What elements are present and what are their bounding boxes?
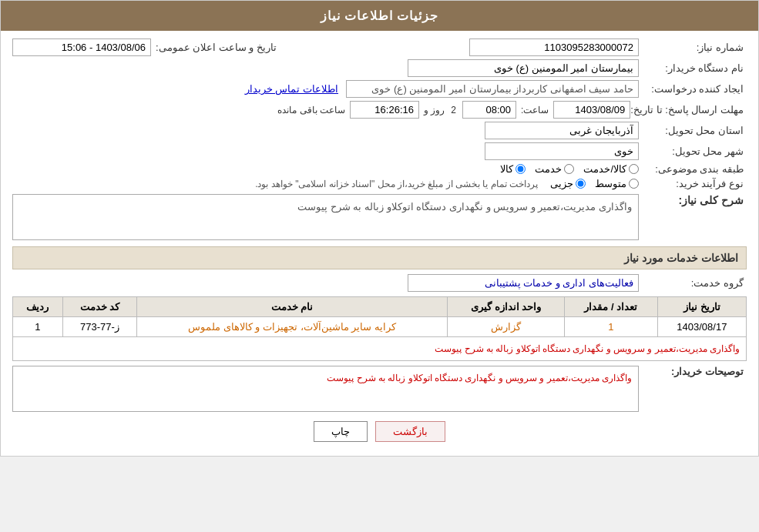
- cell-unit: گزارش: [447, 317, 564, 337]
- buttons-row: بازگشت چاپ: [12, 421, 747, 442]
- service-row-desc: واگذاری مدیریت،تعمیر و سرویس و نگهداری د…: [13, 337, 747, 361]
- city-label: شهر محل تحویل:: [639, 146, 747, 157]
- creator-label: ایجاد کننده درخواست:: [639, 83, 747, 95]
- category-label: طبقه بندی موضوعی:: [639, 163, 747, 175]
- radio-motawaset-label: متوسط: [595, 178, 626, 189]
- services-table-body: 1403/08/17 1 گزارش کرایه سایر ماشین‌آلات…: [13, 317, 747, 361]
- col-unit: واحد اندازه گیری: [447, 297, 564, 317]
- service-group-row: گروه خدمت: فعالیت‌های اداری و خدمات پشتی…: [12, 274, 747, 292]
- radio-khedmat-input[interactable]: [564, 164, 574, 174]
- buyer-desc-row: توصیحات خریدار:: [12, 366, 747, 412]
- remaining-time-label: ساعت باقی مانده: [277, 105, 345, 115]
- purchase-radio-group: متوسط جزیی: [550, 178, 639, 189]
- back-button[interactable]: بازگشت: [375, 421, 445, 442]
- col-service-code: کد خدمت: [62, 297, 136, 317]
- need-desc-label: شرح کلی نیاز:: [639, 194, 747, 206]
- purchase-type-row: نوع فرآیند خرید: متوسط جزیی پرداخت تمام …: [12, 178, 747, 189]
- services-section-title: اطلاعات خدمات مورد نیاز: [12, 246, 747, 269]
- cell-date: 1403/08/17: [657, 317, 746, 337]
- category-row: طبقه بندی موضوعی: کالا/خدمت خدمت کالا: [12, 163, 747, 175]
- city-row: شهر محل تحویل: خوی: [12, 142, 747, 160]
- need-desc-textarea[interactable]: [12, 194, 639, 240]
- page-title: جزئیات اطلاعات نیاز: [321, 9, 439, 22]
- buyer-desc-textarea[interactable]: [12, 366, 639, 412]
- main-content: شماره نیاز: 1103095283000072 تاریخ و ساع…: [1, 31, 758, 456]
- remaining-time-value: 16:26:16: [350, 101, 419, 119]
- page-wrapper: جزئیات اطلاعات نیاز شماره نیاز: 11030952…: [0, 0, 759, 457]
- remaining-days-label: روز و: [424, 105, 445, 115]
- services-table: تاریخ نیاز تعداد / مقدار واحد اندازه گیر…: [12, 296, 747, 361]
- send-time-value: 08:00: [462, 101, 516, 119]
- remaining-days-value: 2: [451, 105, 456, 115]
- announce-value: 1403/08/06 - 15:06: [12, 38, 151, 56]
- city-value: خوی: [485, 142, 639, 160]
- service-desc-row: واگذاری مدیریت،تعمیر و سرویس و نگهداری د…: [13, 337, 747, 361]
- radio-khedmat-label: خدمت: [535, 163, 562, 175]
- need-number-label: شماره نیاز:: [639, 42, 747, 53]
- send-deadline-label: مهلت ارسال پاسخ: تا تاریخ:: [630, 104, 747, 115]
- buyer-org-row: نام دستگاه خریدار: بیمارستان امیر المومن…: [12, 59, 747, 77]
- purchase-desc: پرداخت تمام یا بخشی از مبلغ خرید،از محل …: [255, 179, 538, 189]
- purchase-type-label: نوع فرآیند خرید:: [639, 178, 747, 189]
- service-group-label: گروه خدمت:: [639, 277, 747, 289]
- table-row: 1403/08/17 1 گزارش کرایه سایر ماشین‌آلات…: [13, 317, 747, 337]
- province-value: آذربایجان غربی: [485, 122, 639, 139]
- category-radio-group: کالا/خدمت خدمت کالا: [500, 163, 639, 175]
- radio-kala-khedmat: کالا/خدمت: [583, 163, 639, 175]
- announce-label: تاریخ و ساعت اعلان عمومی:: [156, 42, 280, 53]
- cell-service-code: ز-77-773: [62, 317, 136, 337]
- province-label: استان محل تحویل:: [639, 125, 747, 136]
- page-header: جزئیات اطلاعات نیاز: [1, 1, 758, 31]
- radio-kala-label: کالا: [500, 163, 513, 175]
- radio-kala-input[interactable]: [516, 164, 526, 174]
- service-group-value: فعالیت‌های اداری و خدمات پشتیبانی: [408, 274, 639, 292]
- creator-value: حامد سیف اصفهانی کاربرداز بیمارستان امیر…: [346, 80, 639, 98]
- radio-jozii-input[interactable]: [576, 179, 586, 189]
- radio-jozii-label: جزیی: [550, 178, 573, 189]
- radio-kala: کالا: [500, 163, 526, 175]
- buyer-desc-label: توصیحات خریدار:: [639, 366, 747, 377]
- radio-kala-khedmat-label: کالا/خدمت: [583, 163, 626, 175]
- send-date-value: 1403/08/09: [553, 101, 630, 119]
- cell-quantity: 1: [565, 317, 658, 337]
- need-number-row: شماره نیاز: 1103095283000072 تاریخ و ساع…: [12, 38, 747, 56]
- province-row: استان محل تحویل: آذربایجان غربی: [12, 122, 747, 139]
- radio-khedmat: خدمت: [535, 163, 574, 175]
- contact-link[interactable]: اطلاعات تماس خریدار: [245, 83, 338, 95]
- services-table-header-row: تاریخ نیاز تعداد / مقدار واحد اندازه گیر…: [13, 297, 747, 317]
- col-row-num: ردیف: [13, 297, 63, 317]
- creator-row: ایجاد کننده درخواست: حامد سیف اصفهانی کا…: [12, 80, 747, 98]
- radio-kala-khedmat-input[interactable]: [629, 164, 639, 174]
- buyer-org-label: نام دستگاه خریدار:: [639, 62, 747, 74]
- radio-motawaset-input[interactable]: [629, 179, 639, 189]
- buyer-org-value: بیمارستان امیر المومنین (ع) خوی: [408, 59, 639, 77]
- need-number-value: 1103095283000072: [469, 38, 639, 56]
- send-deadline-row: مهلت ارسال پاسخ: تا تاریخ: 1403/08/09 سا…: [12, 101, 747, 119]
- need-desc-row: شرح کلی نیاز:: [12, 194, 747, 240]
- radio-jozii: جزیی: [550, 178, 586, 189]
- print-button[interactable]: چاپ: [314, 421, 368, 442]
- col-service-name: نام خدمت: [137, 297, 448, 317]
- col-need-date: تاریخ نیاز: [657, 297, 746, 317]
- send-time-label: ساعت:: [521, 105, 549, 115]
- cell-service-name: کرایه سایر ماشین‌آلات، تجهیزات و کالاهای…: [137, 317, 448, 337]
- cell-row-num: 1: [13, 317, 63, 337]
- radio-motawaset: متوسط: [595, 178, 639, 189]
- col-quantity: تعداد / مقدار: [565, 297, 658, 317]
